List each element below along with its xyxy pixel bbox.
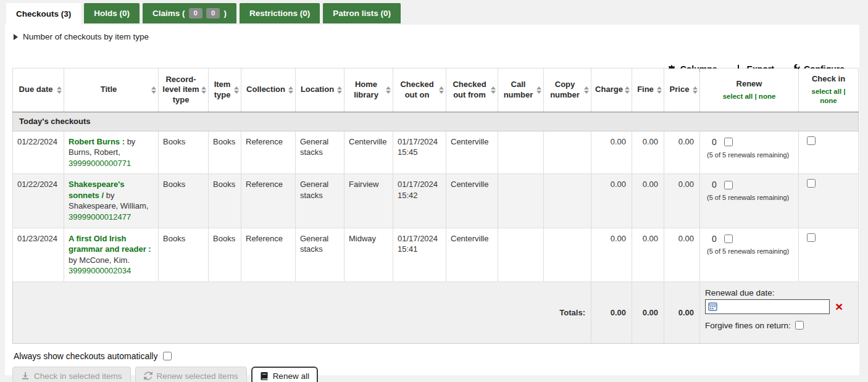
- header-checked-out-on[interactable]: Checked out on: [393, 68, 446, 112]
- renew-select-all-link[interactable]: select all: [723, 93, 753, 100]
- tab-claims[interactable]: Claims ( 0 0 ): [143, 3, 236, 23]
- header-copy-number[interactable]: Copy number: [544, 68, 591, 112]
- check-in-checkbox[interactable]: [807, 179, 816, 188]
- sort-icon: [536, 86, 541, 94]
- header-title[interactable]: Title: [64, 68, 159, 112]
- title-link[interactable]: Shakespeare's sonnets /: [69, 180, 125, 200]
- barcode-link[interactable]: 39999000000771: [69, 159, 131, 168]
- tab-claims-label: Claims (: [152, 9, 185, 18]
- cell-title: Robert Burns : by Burns, Robert, 3999900…: [64, 131, 159, 174]
- forgive-fines-label: Forgive fines on return:: [705, 321, 791, 330]
- cell-due-date: 01/23/2024: [13, 228, 64, 281]
- download-icon: [21, 372, 30, 380]
- cell-copy-number: [544, 131, 591, 174]
- cell-record-level-item-type: Books: [159, 174, 209, 228]
- fine-total: 0.00: [632, 281, 664, 343]
- barcode-link[interactable]: 39999000002034: [69, 266, 131, 275]
- toggle-label: Number of checkouts by item type: [23, 32, 149, 41]
- cell-checked-out-on: 01/17/2024 15:41: [393, 228, 446, 281]
- renew-count: 0: [712, 233, 717, 245]
- header-home-library[interactable]: Home library: [344, 68, 393, 112]
- sort-icon: [201, 86, 206, 94]
- cell-checked-out-from: Centerville: [446, 131, 498, 174]
- header-item-type[interactable]: Item type: [209, 68, 241, 112]
- cell-title: Shakespeare's sonnets / by Shakespeare, …: [64, 174, 159, 228]
- cell-item-type: Books: [209, 228, 241, 281]
- tab-patron-lists[interactable]: Patron lists (0): [323, 3, 401, 23]
- header-fine[interactable]: Fine: [632, 68, 664, 112]
- claims-badge: 0: [189, 8, 202, 19]
- header-checked-out-from[interactable]: Checked out from: [446, 68, 498, 112]
- charge-total: 0.00: [591, 281, 632, 343]
- header-due-date[interactable]: Due date: [13, 68, 64, 112]
- forgive-fines-checkbox[interactable]: [795, 321, 804, 330]
- check-in-checkbox[interactable]: [807, 233, 816, 242]
- cell-check-in: [799, 131, 859, 174]
- cell-home-library: Midway: [344, 228, 393, 281]
- cell-location: General stacks: [296, 228, 344, 281]
- cell-checked-out-on: 01/17/2024 15:42: [393, 174, 446, 228]
- table-header-row: Due date Title Record-level item type It…: [13, 68, 859, 112]
- renew-selected-button[interactable]: Renew selected items: [135, 367, 247, 382]
- header-location[interactable]: Location: [296, 68, 344, 112]
- cell-renew: 0 (5 of 5 renewals remaining): [700, 174, 799, 228]
- title-link[interactable]: A first Old Irish grammar and reader :: [69, 234, 151, 254]
- calendar-icon[interactable]: [708, 302, 717, 311]
- action-buttons: Check in selected items Renew selected i…: [12, 367, 859, 382]
- header-price[interactable]: Price: [664, 68, 700, 112]
- cell-call-number: [498, 228, 544, 281]
- author-text: by McCone, Kim.: [69, 255, 130, 265]
- renewals-remaining-note: (5 of 5 renewals remaining): [704, 247, 794, 256]
- check-in-selected-label: Check in selected items: [34, 372, 122, 381]
- renew-checkbox[interactable]: [724, 181, 733, 189]
- patron-tabs: Checkouts (3) Holds (0) Claims ( 0 0 ) R…: [0, 0, 868, 25]
- header-label: Home library: [354, 80, 378, 99]
- checkouts-by-itemtype-toggle[interactable]: Number of checkouts by item type: [14, 32, 149, 41]
- barcode-link[interactable]: 39999000012477: [69, 212, 131, 222]
- header-renew: Renew select all | none: [700, 68, 799, 112]
- sort-icon: [693, 86, 698, 94]
- separator: |: [843, 88, 845, 95]
- cell-fine: 0.00: [632, 174, 664, 228]
- tab-checkouts[interactable]: Checkouts (3): [6, 3, 81, 25]
- section-header-row: Today's checkouts: [13, 112, 859, 131]
- header-call-number[interactable]: Call number: [498, 68, 544, 112]
- cell-fine: 0.00: [632, 228, 664, 281]
- tab-holds[interactable]: Holds (0): [84, 3, 140, 23]
- title-link[interactable]: Robert Burns :: [69, 137, 125, 146]
- renew-select-none-link[interactable]: none: [759, 93, 775, 100]
- clear-date-icon[interactable]: ×: [835, 300, 843, 313]
- renewal-due-date-input[interactable]: [717, 300, 829, 313]
- cell-check-in: [799, 174, 859, 228]
- check-in-selected-button[interactable]: Check in selected items: [12, 367, 131, 382]
- renew-all-button[interactable]: Renew all: [251, 367, 318, 382]
- always-show-checkbox[interactable]: [163, 352, 172, 360]
- checkin-select-all-link[interactable]: select all: [811, 88, 841, 95]
- sort-icon: [584, 86, 589, 94]
- header-collection[interactable]: Collection: [241, 68, 296, 112]
- renew-count: 0: [712, 179, 717, 191]
- cell-collection: Reference: [241, 131, 296, 174]
- cell-home-library: Fairview: [344, 174, 393, 228]
- tab-claims-label-suffix: ): [223, 9, 227, 18]
- renew-checkbox[interactable]: [724, 138, 733, 146]
- checkin-select-none-link[interactable]: none: [820, 97, 837, 104]
- cell-price: 0.00: [664, 131, 700, 174]
- cell-location: General stacks: [296, 131, 344, 174]
- totals-row: Totals: 0.00 0.00 0.00 Renewal due date:…: [13, 281, 859, 343]
- check-in-checkbox[interactable]: [807, 136, 816, 145]
- totals-label: Totals:: [13, 281, 591, 343]
- always-show-label: Always show checkouts automatically: [14, 351, 157, 361]
- header-charge[interactable]: Charge: [591, 68, 632, 112]
- header-record-level-item-type[interactable]: Record-level item type: [159, 68, 209, 112]
- renewals-remaining-note: (5 of 5 renewals remaining): [704, 151, 794, 160]
- header-label: Due date: [19, 85, 53, 94]
- cell-item-type: Books: [209, 131, 241, 174]
- book-icon: [260, 372, 269, 380]
- sort-icon: [386, 86, 391, 94]
- header-label: Location: [301, 85, 334, 94]
- cell-copy-number: [544, 174, 591, 228]
- cell-record-level-item-type: Books: [159, 228, 209, 281]
- tab-restrictions[interactable]: Restrictions (0): [240, 3, 320, 23]
- renew-checkbox[interactable]: [724, 235, 733, 243]
